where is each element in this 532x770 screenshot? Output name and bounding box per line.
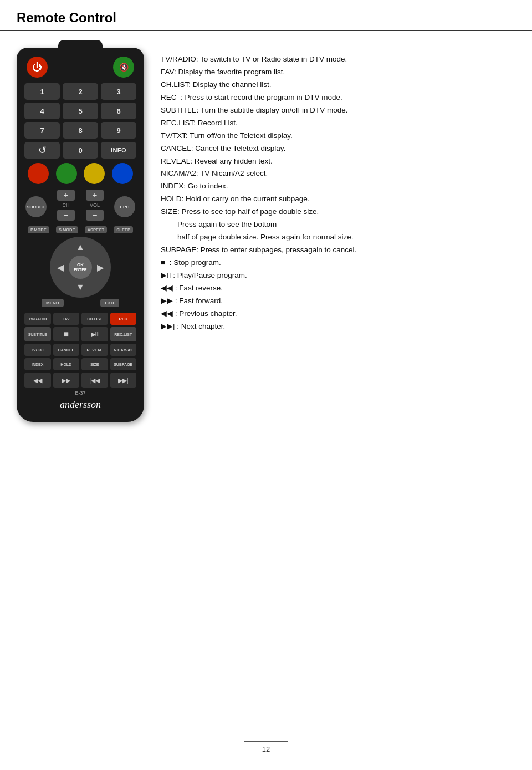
size-button[interactable]: SIZE bbox=[81, 358, 108, 370]
brand-label: andersson bbox=[24, 399, 136, 411]
btn-4[interactable]: 4 bbox=[24, 103, 60, 119]
sleep-button[interactable]: SLEEP bbox=[114, 226, 133, 233]
playback-buttons: ◀◀ ▶▶ |◀◀ ▶▶| bbox=[24, 373, 136, 388]
tv-radio-button[interactable]: TV/RADIO bbox=[24, 313, 51, 325]
desc-play-pause: ▶II : Play/Pause program. bbox=[161, 269, 515, 282]
desc-reveal: REVEAL: Reveal any hidden text. bbox=[161, 155, 515, 168]
dpad-down[interactable]: ▼ bbox=[73, 279, 88, 295]
subtitle-button[interactable]: SUBTITLE bbox=[24, 327, 51, 341]
ch-list-button[interactable]: CH.LIST bbox=[81, 313, 108, 325]
rec-button[interactable]: REC bbox=[110, 313, 137, 325]
dpad-left[interactable]: ◀ bbox=[53, 259, 68, 275]
btn-8[interactable]: 8 bbox=[63, 122, 98, 139]
ok-enter-button[interactable]: OK ENTER bbox=[69, 256, 92, 279]
mute-button[interactable]: 🔇 bbox=[113, 57, 134, 78]
desc-fast-rev: ◀◀ : Fast reverse. bbox=[161, 282, 515, 295]
source-button[interactable]: SOURCE bbox=[25, 196, 47, 217]
color-buttons bbox=[24, 163, 136, 184]
vol-plus-button[interactable]: + bbox=[86, 190, 104, 201]
btn-0[interactable]: 0 bbox=[63, 142, 98, 159]
desc-size-3: half of page double size. Press again fo… bbox=[161, 231, 515, 244]
desc-nicam: NICAM/A2: TV Nicam/A2 select. bbox=[161, 167, 515, 180]
btn-7[interactable]: 7 bbox=[24, 122, 60, 139]
desc-fast-fwd: ▶▶ : Fast forward. bbox=[161, 295, 515, 308]
desc-cancel: CANCEL: Cancel the Teletext display. bbox=[161, 142, 515, 155]
func-row-4: INDEX HOLD SIZE SUBPAGE bbox=[24, 358, 136, 370]
index-button[interactable]: INDEX bbox=[24, 358, 51, 370]
info-button[interactable]: INFO bbox=[101, 142, 136, 159]
stop-btn[interactable]: ■ bbox=[53, 327, 80, 341]
dpad: ▲ ▼ ◀ ▶ OK ENTER bbox=[50, 237, 111, 298]
desc-size-1: SIZE: Press to see top half of page doub… bbox=[161, 206, 515, 218]
btn-1[interactable]: 1 bbox=[24, 83, 60, 100]
btn-3[interactable]: 3 bbox=[101, 83, 136, 100]
vol-minus-button[interactable]: − bbox=[86, 210, 104, 221]
page-title: Remote Control bbox=[0, 0, 532, 31]
desc-prev-ch: ◀◀ : Previous chapter. bbox=[161, 308, 515, 320]
mode-buttons: P.MODE S.MODE ASPECT SLEEP bbox=[24, 226, 136, 233]
btn-9[interactable]: 9 bbox=[101, 122, 136, 139]
desc-fav: FAV: Display the favorite program list. bbox=[161, 66, 515, 79]
dpad-right[interactable]: ▶ bbox=[93, 259, 108, 275]
desc-tv-radio: TV/RADIO: To switch to TV or Radio state… bbox=[161, 53, 515, 66]
page-footer: 12 bbox=[244, 741, 288, 753]
subpage-button[interactable]: SUBPAGE bbox=[110, 358, 137, 370]
exit-button[interactable]: EXIT bbox=[100, 299, 119, 307]
back-button[interactable]: ↺ bbox=[24, 142, 60, 159]
menu-button[interactable]: MENU bbox=[42, 299, 64, 307]
play-pause-btn[interactable]: ▶II bbox=[81, 327, 108, 341]
func-row-1: TV/RADIO FAV CH.LIST REC bbox=[24, 313, 136, 325]
prev-chapter-button[interactable]: |◀◀ bbox=[81, 373, 108, 388]
power-button[interactable]: ⏻ bbox=[27, 57, 48, 78]
desc-size-2: Press again to see the bottom bbox=[161, 218, 515, 231]
description-text: TV/RADIO: To switch to TV or Radio state… bbox=[161, 53, 515, 333]
desc-subpage: SUBPAGE: Press to enter subpages, pressa… bbox=[161, 244, 515, 257]
desc-rec: REC : Press to start record the program … bbox=[161, 91, 515, 104]
btn-2[interactable]: 2 bbox=[63, 83, 98, 100]
red-button[interactable] bbox=[28, 163, 49, 184]
func-row-2: SUBTITLE ■ ▶II REC.LIST bbox=[24, 327, 136, 341]
s-mode-button[interactable]: S.MODE bbox=[56, 226, 78, 233]
ch-plus-button[interactable]: + bbox=[57, 190, 75, 201]
descriptions-panel: TV/RADIO: To switch to TV or Radio state… bbox=[161, 48, 515, 422]
func-row-3: TV/TXT CANCEL REVEAL NICAM/A2 bbox=[24, 344, 136, 356]
rewind-button[interactable]: ◀◀ bbox=[24, 373, 51, 388]
aspect-button[interactable]: ASPECT bbox=[85, 226, 107, 233]
desc-rec-list: REC.LIST: Record List. bbox=[161, 117, 515, 130]
dpad-up[interactable]: ▲ bbox=[73, 239, 88, 255]
fav-button[interactable]: FAV bbox=[53, 313, 80, 325]
desc-ch-list: CH.LIST: Display the channel list. bbox=[161, 79, 515, 91]
next-chapter-button[interactable]: ▶▶| bbox=[110, 373, 137, 388]
dpad-section: ▲ ▼ ◀ ▶ OK ENTER MENU EXIT bbox=[24, 236, 136, 309]
fast-forward-button[interactable]: ▶▶ bbox=[53, 373, 80, 388]
remote-control: ⏻ 🔇 1 2 3 4 5 6 7 8 9 ↺ 0 bbox=[17, 48, 144, 422]
ch-minus-button[interactable]: − bbox=[57, 210, 75, 221]
e-label: E-37 bbox=[24, 390, 136, 396]
desc-subtitle: SUBTITLE: Turn the subtitle display on/o… bbox=[161, 104, 515, 117]
blue-button[interactable] bbox=[112, 163, 133, 184]
hold-button[interactable]: HOLD bbox=[53, 358, 80, 370]
btn-6[interactable]: 6 bbox=[101, 103, 136, 119]
green-button[interactable] bbox=[56, 163, 77, 184]
desc-hold: HOLD: Hold or carry on the current subpa… bbox=[161, 193, 515, 206]
cancel-button[interactable]: CANCEL bbox=[53, 344, 80, 356]
nicam-a2-button[interactable]: NICAM/A2 bbox=[110, 344, 137, 356]
page-number: 12 bbox=[262, 745, 270, 753]
tv-txt-button[interactable]: TV/TXT bbox=[24, 344, 51, 356]
desc-tv-txt: TV/TXT: Turn off/on the Teletext display… bbox=[161, 130, 515, 142]
rec-list-button[interactable]: REC.LIST bbox=[110, 327, 137, 341]
numpad: 1 2 3 4 5 6 7 8 9 bbox=[24, 83, 136, 139]
desc-index: INDEX: Go to index. bbox=[161, 180, 515, 193]
desc-next-ch: ▶▶| : Next chapter. bbox=[161, 320, 515, 333]
p-mode-button[interactable]: P.MODE bbox=[28, 226, 49, 233]
yellow-button[interactable] bbox=[84, 163, 105, 184]
epg-button[interactable]: EPG bbox=[114, 196, 135, 217]
desc-stop: ■ : Stop program. bbox=[161, 257, 515, 269]
reveal-button[interactable]: REVEAL bbox=[81, 344, 108, 356]
btn-5[interactable]: 5 bbox=[63, 103, 98, 119]
